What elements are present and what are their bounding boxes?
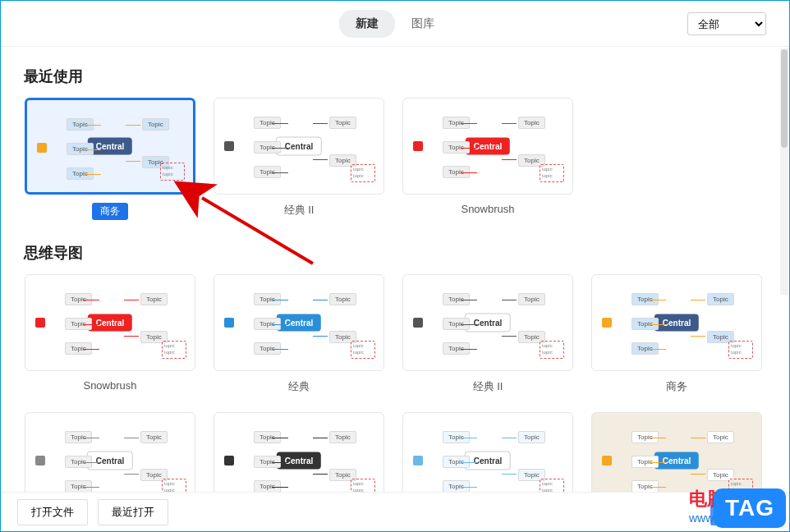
template-thumb[interactable]: CentralTopicTopicTopicTopicTopictopic to… — [214, 98, 384, 195]
template-card[interactable]: CentralTopicTopicTopicTopicTopictopic to… — [590, 412, 763, 492]
tag-badge: TAG — [714, 488, 786, 528]
preview-subgroup: topic topic — [351, 479, 375, 492]
preview-subgroup: topic topic — [351, 164, 375, 182]
section-recent-title: 最近使用 — [24, 66, 766, 86]
preview-topic: Topic — [65, 480, 92, 492]
template-label: 商务 — [92, 203, 128, 220]
preview-subgroup: topic topic — [162, 479, 186, 492]
preview-node-icon — [602, 456, 612, 466]
preview-node-icon — [224, 141, 234, 151]
template-label: Snowbrush — [461, 203, 514, 215]
preview-central: Central — [465, 314, 511, 332]
preview-central: Central — [277, 314, 321, 332]
preview-topic: Topic — [707, 431, 734, 443]
preview-central: Central — [655, 452, 699, 470]
tab-new[interactable]: 新建 — [339, 10, 395, 38]
preview-node-icon — [35, 456, 45, 466]
tab-gallery[interactable]: 图库 — [395, 10, 451, 38]
preview-central: Central — [466, 138, 510, 155]
preview-node-icon — [602, 318, 612, 328]
preview-topic: Topic — [329, 117, 356, 129]
preview-node-icon — [413, 456, 423, 466]
preview-topic: Topic — [518, 293, 545, 305]
scrollbar[interactable] — [780, 48, 788, 295]
template-thumb[interactable]: CentralTopicTopicTopicTopicTopictopic to… — [402, 274, 573, 371]
preview-subgroup: topic topic — [162, 341, 186, 359]
open-file-button[interactable]: 打开文件 — [17, 499, 88, 525]
template-card[interactable]: CentralTopicTopicTopicTopicTopictopic to… — [213, 98, 385, 220]
preview-topic: Topic — [443, 480, 470, 492]
preview-central: Central — [277, 452, 321, 470]
filter-select[interactable]: 全部 — [687, 12, 766, 35]
preview-node-icon — [224, 318, 234, 328]
template-card[interactable]: CentralTopicTopicTopicTopicTopictopic to… — [402, 274, 574, 394]
preview-central: Central — [465, 452, 511, 470]
template-card[interactable]: CentralTopicTopicTopicTopicTopictopic to… — [402, 412, 574, 492]
preview-topic: Topic — [254, 480, 281, 492]
template-label: Snowbrush — [83, 379, 136, 392]
template-card[interactable]: CentralTopicTopicTopicTopicTopictopic to… — [24, 274, 196, 394]
preview-topic: Topic — [518, 117, 545, 129]
template-thumb[interactable]: CentralTopicTopicTopicTopicTopictopic to… — [591, 274, 762, 371]
template-thumb[interactable]: CentralTopicTopicTopicTopicTopictopic to… — [25, 98, 195, 195]
template-card[interactable]: CentralTopicTopicTopicTopicTopictopic to… — [213, 274, 385, 394]
preview-central: Central — [276, 137, 322, 156]
preview-subgroup: topic topic — [351, 341, 375, 359]
section-mindmap-title: 思维导图 — [24, 243, 766, 263]
template-label: 经典 II — [473, 379, 503, 394]
preview-topic: Topic — [632, 480, 659, 492]
footer-bar: 打开文件 最近打开 创建 — [1, 492, 789, 531]
template-thumb[interactable]: CentralTopicTopicTopicTopicTopictopic to… — [25, 274, 195, 371]
preview-node-icon — [224, 456, 234, 466]
template-card[interactable]: CentralTopicTopicTopicTopicTopictopic to… — [24, 412, 196, 492]
preview-subgroup: topic topic — [540, 479, 564, 492]
content-area: 最近使用 CentralTopicTopicTopicTopicTopictop… — [1, 47, 789, 492]
recent-open-button[interactable]: 最近打开 — [98, 499, 168, 525]
preview-central: Central — [88, 314, 132, 332]
template-label: 商务 — [666, 379, 687, 394]
preview-topic: Topic — [518, 431, 545, 443]
preview-topic: Topic — [142, 118, 169, 131]
template-thumb[interactable]: CentralTopicTopicTopicTopicTopictopic to… — [214, 274, 384, 371]
mindmap-grid: CentralTopicTopicTopicTopicTopictopic to… — [24, 274, 766, 492]
preview-node-icon — [35, 318, 45, 328]
preview-topic: Topic — [707, 293, 734, 305]
preview-topic: Topic — [140, 431, 168, 443]
preview-subgroup: topic topic — [728, 341, 753, 359]
preview-subgroup: topic topic — [540, 164, 564, 182]
preview-topic: Topic — [329, 293, 356, 305]
preview-node-icon — [37, 143, 47, 153]
preview-central: Central — [655, 314, 699, 332]
preview-central: Central — [87, 452, 133, 470]
preview-subgroup: topic topic — [160, 163, 185, 181]
template-thumb[interactable]: CentralTopicTopicTopicTopicTopictopic to… — [214, 412, 384, 492]
recent-grid: CentralTopicTopicTopicTopicTopictopic to… — [24, 98, 766, 220]
preview-topic: Topic — [140, 293, 168, 305]
scrollbar-thumb[interactable] — [781, 49, 788, 148]
tab-group: 新建 图库 — [339, 10, 451, 38]
template-thumb[interactable]: CentralTopicTopicTopicTopicTopictopic to… — [402, 98, 573, 195]
template-label: 经典 II — [284, 203, 315, 218]
preview-node-icon — [413, 141, 423, 151]
template-thumb[interactable]: CentralTopicTopicTopicTopicTopictopic to… — [591, 412, 762, 492]
template-card[interactable]: CentralTopicTopicTopicTopicTopictopic to… — [24, 98, 196, 220]
preview-subgroup: topic topic — [540, 341, 564, 359]
template-label: 经典 — [288, 379, 310, 394]
preview-central: Central — [88, 138, 132, 155]
template-thumb[interactable]: CentralTopicTopicTopicTopicTopictopic to… — [25, 412, 195, 492]
preview-topic: Topic — [329, 431, 356, 443]
template-card[interactable]: CentralTopicTopicTopicTopicTopictopic to… — [213, 412, 385, 492]
top-bar: 新建 图库 全部 — [1, 1, 789, 47]
template-thumb[interactable]: CentralTopicTopicTopicTopicTopictopic to… — [402, 412, 573, 492]
template-card[interactable]: CentralTopicTopicTopicTopicTopictopic to… — [402, 98, 574, 220]
template-card[interactable]: CentralTopicTopicTopicTopicTopictopic to… — [590, 274, 763, 394]
preview-node-icon — [413, 318, 423, 328]
